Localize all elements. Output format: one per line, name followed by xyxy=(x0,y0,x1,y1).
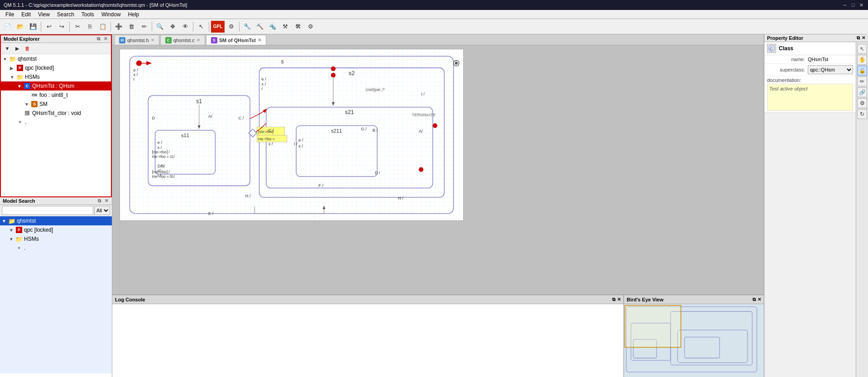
edit-button[interactable]: ✏ xyxy=(138,21,150,33)
move-button[interactable]: ✥ xyxy=(167,21,178,33)
prop-lock-button[interactable]: 🔒 xyxy=(857,66,867,76)
tab-qhsmtst-h[interactable]: H qhsmtst.h ✕ xyxy=(114,35,159,45)
tree-item-hsms[interactable]: ▼ 📁 HSMs xyxy=(1,72,111,81)
cut-button[interactable]: ✂ xyxy=(72,21,83,33)
maximize-button[interactable]: □ xyxy=(850,2,856,8)
prop-hand-button[interactable]: ✋ xyxy=(857,55,867,65)
pkg-icon-qpc: P xyxy=(16,64,24,72)
tab-close-sm[interactable]: ✕ xyxy=(258,38,261,43)
search-item-root[interactable]: ▼ 📁 qhsmtst xyxy=(0,216,112,225)
tab-close-h[interactable]: ✕ xyxy=(151,38,154,43)
eye-button[interactable]: 👁 xyxy=(179,21,191,33)
tab-close-c[interactable]: ✕ xyxy=(197,38,200,43)
menu-file[interactable]: File xyxy=(2,10,18,19)
prop-name-row: name: QHsmTst xyxy=(764,55,856,64)
diagram-area[interactable]: s s2 s1 s11 s21 s211 xyxy=(112,45,764,295)
svg-text:x /: x / xyxy=(158,145,162,150)
tab-label-sm: SM of QHsmTst xyxy=(219,38,256,43)
menu-search[interactable]: Search xyxy=(53,10,78,19)
collapse-all-button[interactable]: ▶ xyxy=(13,44,22,53)
svg-rect-4 xyxy=(125,49,458,220)
search-button[interactable]: 🔍 xyxy=(154,21,166,33)
tab-sm-qhsmtst[interactable]: S SM of QHsmTst ✕ xyxy=(206,35,266,45)
prop-refresh-button[interactable]: ↻ xyxy=(857,109,867,119)
open-button[interactable]: 📂 xyxy=(14,21,26,33)
menu-help[interactable]: Help xyxy=(125,10,143,19)
tool1[interactable]: 🔧 xyxy=(241,21,253,33)
add-button[interactable]: ➕ xyxy=(113,21,125,33)
tree-item-ctor[interactable]: f QHsmTst_ctor : void xyxy=(1,109,111,118)
gpl-button[interactable]: GPL xyxy=(211,21,225,33)
expand-all-button[interactable]: ▼ xyxy=(3,44,12,53)
remove-button[interactable]: 🗑 xyxy=(125,21,137,33)
search-item-hsms[interactable]: ▼ 📁 HSMs xyxy=(0,234,112,243)
birds-eye-header: Bird's Eye View ⧉ ✕ xyxy=(624,295,764,304)
tool4[interactable]: ⚒ xyxy=(279,21,291,33)
title-bar-text: QM 5.1.1 - C:\qp\qpc\examples\workstatio… xyxy=(4,2,187,8)
close-button[interactable]: ✕ xyxy=(858,2,864,8)
tab-qhsmtst-c[interactable]: C qhsmtst.c ✕ xyxy=(160,35,205,45)
prop-cursor-button[interactable]: ↖ xyxy=(857,44,867,54)
svg-point-62 xyxy=(331,73,336,77)
prop-float-icon[interactable]: ⧉ xyxy=(857,35,860,41)
tool3[interactable]: 🔩 xyxy=(267,21,278,33)
search-tree-area[interactable]: ▼ 📁 qhsmtst ▼ P qpc [locked] ▼ 📁 HSMs xyxy=(0,216,112,373)
generate-button[interactable]: ⚙ xyxy=(225,21,237,33)
menu-tools[interactable]: Tools xyxy=(78,10,98,19)
tree-item-root[interactable]: ▼ 📁 qhsmtst xyxy=(1,54,111,63)
search-close-icon[interactable]: ✕ xyxy=(104,198,109,204)
tree-area[interactable]: ▼ 📁 qhsmtst ▶ P qpc [locked] ▼ 📁 HSMs xyxy=(1,54,111,193)
minimize-button[interactable]: ─ xyxy=(842,2,848,8)
prop-doc-text[interactable]: Test active object xyxy=(767,84,853,111)
birds-eye-canvas[interactable] xyxy=(624,304,764,377)
tree-item-qhsmtst-class[interactable]: ▼ C QHsmTst : QHsm xyxy=(1,81,111,91)
svg-point-21 xyxy=(433,123,437,128)
close-panel-icon[interactable]: ✕ xyxy=(103,36,108,42)
svg-text:B/: B/ xyxy=(161,164,165,168)
tree-item-qpc[interactable]: ▶ P qpc [locked] xyxy=(1,63,111,72)
tool2[interactable]: 🔨 xyxy=(254,21,266,33)
log-content[interactable] xyxy=(112,304,623,377)
float-icon[interactable]: ⧉ xyxy=(96,36,101,42)
menu-window[interactable]: Window xyxy=(98,10,125,19)
tool5[interactable]: 🛠 xyxy=(292,21,304,33)
prop-edit2-button[interactable]: ✏ xyxy=(857,76,867,86)
menu-view[interactable]: View xyxy=(34,10,53,19)
prop-link-button[interactable]: 🔗 xyxy=(857,87,867,97)
tab-icon-sm: S xyxy=(211,37,217,43)
svg-text:s2: s2 xyxy=(349,70,355,76)
tool6[interactable]: ⚙ xyxy=(305,21,317,33)
paste-button[interactable]: 📋 xyxy=(97,21,109,33)
tree-item-sm[interactable]: ▼ S SM xyxy=(1,100,111,109)
search-input[interactable] xyxy=(2,206,93,215)
log-float-icon[interactable]: ⧉ xyxy=(612,297,615,302)
birds-eye-float-icon[interactable]: ⧉ xyxy=(753,297,756,302)
prop-superclass-select[interactable]: qpc::QHsm xyxy=(808,65,853,74)
attr-icon-foo: a xyxy=(31,91,38,99)
svg-text:me->foo = 0U: me->foo = 0U xyxy=(152,175,174,179)
new-button[interactable]: 📄 xyxy=(2,21,14,33)
sm-icon: S xyxy=(31,100,38,108)
search-float-icon[interactable]: ⧉ xyxy=(97,198,102,204)
search-item-dot[interactable]: • . xyxy=(0,243,112,253)
log-close-icon[interactable]: ✕ xyxy=(617,297,621,302)
pointer-button[interactable]: ↖ xyxy=(195,21,207,33)
folder-icon-search-root: 📁 xyxy=(8,217,15,224)
birds-eye-close-icon[interactable]: ✕ xyxy=(758,297,761,302)
search-item-qpc[interactable]: ▼ P qpc [locked] xyxy=(0,225,112,234)
prop-name-value: QHsmTst xyxy=(808,57,853,62)
undo-button[interactable]: ↩ xyxy=(43,21,55,33)
tree-item-dot[interactable]: • . xyxy=(1,118,111,127)
model-search-title: Model Search xyxy=(3,198,35,204)
tab-icon-h: H xyxy=(119,37,125,43)
tree-item-foo[interactable]: a foo : uint8_t xyxy=(1,91,111,100)
prop-close-icon[interactable]: ✕ xyxy=(862,35,865,41)
delete-button[interactable]: 🗑 xyxy=(23,44,32,53)
search-type-select[interactable]: All xyxy=(94,206,110,215)
save-button[interactable]: 💾 xyxy=(27,21,39,33)
menu-edit[interactable]: Edit xyxy=(18,10,34,19)
copy-button[interactable]: ⎘ xyxy=(84,21,96,33)
redo-button[interactable]: ↪ xyxy=(56,21,67,33)
separator-7 xyxy=(239,22,240,32)
prop-config-button[interactable]: ⚙ xyxy=(857,98,867,108)
